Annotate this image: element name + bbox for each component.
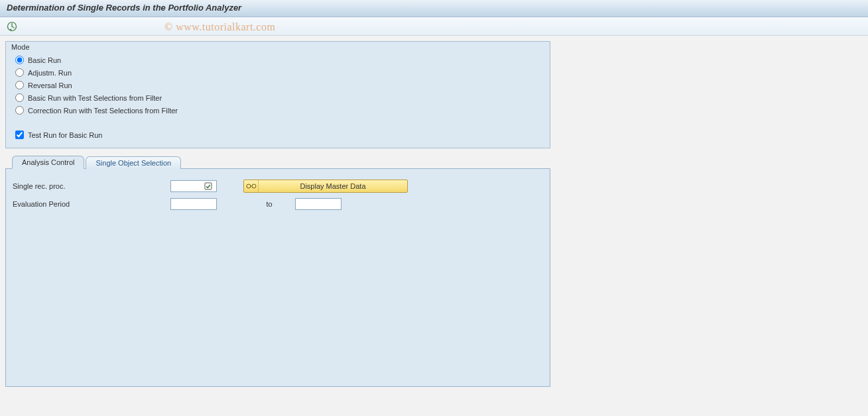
radio-basic-run-input[interactable] — [15, 56, 24, 64]
checkbox-test-run[interactable]: Test Run for Basic Run — [13, 129, 543, 141]
radio-correction-filter-run-input[interactable] — [15, 106, 24, 115]
label-to: to — [243, 200, 295, 208]
checkbox-test-run-label: Test Run for Basic Run — [28, 131, 103, 139]
input-single-rec-proc-wrapper — [170, 180, 217, 192]
application-toolbar — [0, 17, 868, 36]
svg-rect-1 — [205, 183, 212, 189]
tabstrip: Analysis Control Single Object Selection… — [5, 155, 550, 387]
tab-analysis-control[interactable]: Analysis Control — [12, 156, 84, 169]
radio-reversal-run-input[interactable] — [15, 81, 24, 89]
row-evaluation-period: Evaluation Period to — [13, 198, 543, 210]
mode-groupbox: Mode Basic Run Adjustm. Run Reversal Run… — [5, 41, 550, 148]
display-master-data-label: Display Master Data — [259, 182, 407, 190]
label-single-rec-proc: Single rec. proc. — [13, 182, 170, 190]
radio-reversal-run-label: Reversal Run — [28, 81, 72, 89]
glasses-icon — [244, 180, 259, 192]
search-help-icon[interactable] — [203, 181, 214, 191]
checkbox-test-run-input[interactable] — [15, 130, 24, 139]
input-single-rec-proc[interactable] — [171, 182, 203, 190]
radio-basic-run-label: Basic Run — [28, 56, 61, 64]
radio-basic-filter-run-input[interactable] — [15, 93, 24, 102]
input-evaluation-period-to[interactable] — [295, 198, 341, 210]
radio-reversal-run[interactable]: Reversal Run — [13, 79, 543, 91]
tab-row: Analysis Control Single Object Selection — [5, 155, 550, 168]
display-master-data-button[interactable]: Display Master Data — [243, 180, 408, 193]
row-single-rec-proc: Single rec. proc. — [13, 180, 543, 193]
radio-basic-filter-run[interactable]: Basic Run with Test Selections from Filt… — [13, 91, 543, 104]
tab-single-object-selection[interactable]: Single Object Selection — [86, 156, 181, 169]
radio-adjustm-run-input[interactable] — [15, 68, 24, 77]
radio-adjustm-run-label: Adjustm. Run — [28, 69, 72, 77]
input-evaluation-period-from[interactable] — [170, 198, 217, 210]
label-evaluation-period: Evaluation Period — [13, 200, 170, 208]
titlebar: Determination of Single Records in the P… — [0, 0, 868, 17]
svg-point-2 — [247, 184, 251, 188]
mode-group-title: Mode — [10, 43, 31, 51]
svg-point-3 — [252, 184, 256, 188]
execute-icon[interactable] — [7, 21, 17, 32]
tabpanel-analysis-control: Single rec. proc. — [5, 168, 550, 387]
radio-basic-filter-run-label: Basic Run with Test Selections from Filt… — [28, 94, 162, 102]
radio-basic-run[interactable]: Basic Run — [13, 54, 543, 66]
radio-correction-filter-run[interactable]: Correction Run with Test Selections from… — [13, 104, 543, 117]
radio-correction-filter-run-label: Correction Run with Test Selections from… — [28, 107, 178, 115]
radio-adjustm-run[interactable]: Adjustm. Run — [13, 66, 543, 79]
page-title: Determination of Single Records in the P… — [7, 3, 861, 13]
content-area: Mode Basic Run Adjustm. Run Reversal Run… — [0, 36, 868, 392]
